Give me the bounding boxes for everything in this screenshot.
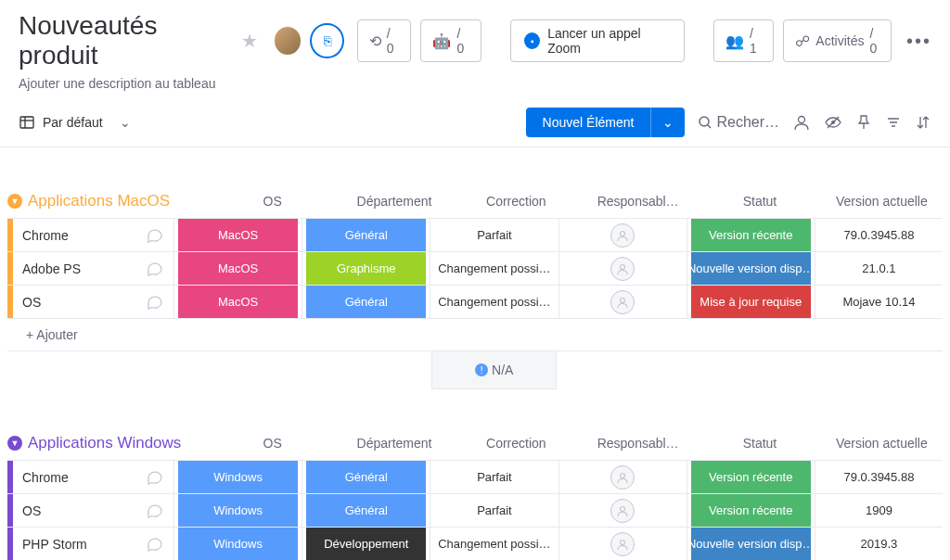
- search-button[interactable]: Recher…: [698, 114, 779, 131]
- column-header[interactable]: Correction: [456, 426, 577, 460]
- status-cell[interactable]: Version récente: [687, 219, 815, 251]
- svg-point-3: [700, 117, 709, 126]
- correction-cell[interactable]: Changement possi…: [430, 528, 558, 560]
- os-cell[interactable]: Windows: [174, 528, 302, 560]
- chat-icon[interactable]: [146, 468, 164, 487]
- zoom-button[interactable]: ▪ Lancer un appel Zoom: [510, 19, 684, 62]
- member-badge[interactable]: ⎘: [310, 23, 343, 58]
- column-header[interactable]: Statut: [699, 185, 820, 218]
- row-name-cell[interactable]: Chrome: [13, 219, 174, 251]
- column-header[interactable]: Responsabl…: [577, 426, 699, 460]
- correction-cell[interactable]: Changement possi…: [430, 252, 558, 285]
- version-cell[interactable]: 1909: [815, 494, 943, 527]
- more-icon[interactable]: •••: [906, 31, 931, 52]
- dept-cell[interactable]: Graphisme: [302, 252, 430, 285]
- person-icon: [610, 290, 635, 314]
- row-name-cell[interactable]: OS: [13, 286, 174, 318]
- version-cell[interactable]: Mojave 10.14: [815, 286, 943, 318]
- table-row[interactable]: PHP Storm Windows Développement Changeme…: [7, 527, 943, 560]
- pill-link[interactable]: ⟲/ 0: [357, 19, 412, 62]
- person-filter-icon[interactable]: [792, 113, 811, 132]
- filter-icon[interactable]: [885, 114, 902, 131]
- table-row[interactable]: OS Windows Général Parfait Version récen…: [7, 493, 943, 527]
- table-row[interactable]: Chrome MacOS Général Parfait Version réc…: [7, 218, 943, 251]
- chat-icon[interactable]: [146, 226, 164, 245]
- responsible-cell[interactable]: [559, 494, 687, 527]
- column-header[interactable]: OS: [212, 185, 333, 218]
- dept-cell[interactable]: Développement: [302, 528, 430, 560]
- dept-cell[interactable]: Général: [302, 286, 430, 318]
- responsible-cell[interactable]: [559, 252, 687, 285]
- chat-icon[interactable]: [146, 535, 164, 554]
- correction-cell[interactable]: Changement possi…: [430, 286, 558, 318]
- os-cell[interactable]: MacOS: [174, 252, 302, 285]
- status-cell[interactable]: Nouvelle version disp…: [687, 528, 815, 560]
- svg-point-14: [621, 473, 625, 477]
- os-cell[interactable]: Windows: [174, 494, 302, 527]
- new-item-button[interactable]: Nouvel Élément ⌄: [526, 108, 686, 137]
- row-name-cell[interactable]: Chrome: [13, 461, 174, 493]
- zoom-icon: ▪: [524, 32, 540, 49]
- column-header[interactable]: Correction: [456, 185, 577, 218]
- version-cell[interactable]: 2019.3: [815, 528, 943, 560]
- responsible-cell[interactable]: [559, 461, 687, 493]
- column-header[interactable]: Statut: [699, 426, 820, 460]
- correction-cell[interactable]: Parfait: [430, 461, 558, 493]
- hide-icon[interactable]: [824, 113, 842, 132]
- row-name-cell[interactable]: Adobe PS: [13, 252, 174, 285]
- correction-cell[interactable]: Parfait: [430, 219, 558, 251]
- add-row[interactable]: + Ajouter: [7, 318, 943, 351]
- dept-cell[interactable]: Général: [302, 461, 430, 493]
- svg-point-12: [621, 264, 625, 269]
- board-description[interactable]: Ajouter une description au tableau: [19, 76, 931, 91]
- table-row[interactable]: OS MacOS Général Changement possi… Mise …: [7, 285, 943, 318]
- person-icon: [610, 465, 635, 490]
- responsible-cell[interactable]: [559, 528, 687, 560]
- version-cell[interactable]: 79.0.3945.88: [815, 461, 943, 493]
- chevron-down-icon[interactable]: ⌄: [650, 108, 685, 137]
- row-name-cell[interactable]: PHP Storm: [13, 528, 174, 560]
- sort-icon[interactable]: [915, 114, 931, 131]
- column-header[interactable]: Version actuelle: [821, 185, 943, 218]
- pill-activities[interactable]: ☍Activités/ 0: [783, 19, 892, 62]
- view-selector[interactable]: Par défaut ⌄: [19, 114, 131, 131]
- board-header: Nouveautés produit ★ ⎘ ⟲/ 0 🤖/ 0 ▪ Lance…: [0, 0, 950, 98]
- status-cell[interactable]: Version récente: [687, 494, 815, 527]
- status-cell[interactable]: Nouvelle version disp…: [687, 252, 815, 285]
- version-cell[interactable]: 79.0.3945.88: [815, 219, 943, 251]
- pin-icon[interactable]: [855, 114, 872, 131]
- group-header: ▼ Applications Windows OSDépartementCorr…: [7, 426, 943, 460]
- column-header[interactable]: Département: [333, 185, 455, 218]
- column-header[interactable]: Version actuelle: [821, 426, 943, 460]
- responsible-cell[interactable]: [559, 286, 687, 318]
- chat-icon[interactable]: [146, 260, 164, 278]
- table-row[interactable]: Chrome Windows Général Parfait Version r…: [7, 460, 943, 493]
- status-cell[interactable]: Mise à jour requise: [687, 286, 815, 318]
- caret-icon[interactable]: ▼: [7, 436, 22, 451]
- column-header[interactable]: OS: [212, 426, 333, 460]
- pill-robot[interactable]: 🤖/ 0: [420, 19, 481, 62]
- responsible-cell[interactable]: [559, 219, 687, 251]
- chat-icon[interactable]: [146, 293, 164, 312]
- dept-cell[interactable]: Général: [302, 494, 430, 527]
- star-icon[interactable]: ★: [241, 30, 258, 52]
- correction-cell[interactable]: Parfait: [430, 494, 558, 527]
- board-title[interactable]: Nouveautés produit: [19, 11, 232, 70]
- pill-people[interactable]: 👥/ 1: [713, 19, 774, 62]
- avatar[interactable]: [275, 27, 301, 55]
- os-cell[interactable]: MacOS: [174, 286, 302, 318]
- dept-cell[interactable]: Général: [302, 219, 430, 251]
- group-title-wrap[interactable]: ▼ Applications MacOS: [7, 192, 212, 210]
- os-cell[interactable]: MacOS: [174, 219, 302, 251]
- group: ▼ Applications Windows OSDépartementCorr…: [7, 426, 943, 560]
- table-row[interactable]: Adobe PS MacOS Graphisme Changement poss…: [7, 251, 943, 285]
- os-cell[interactable]: Windows: [174, 461, 302, 493]
- row-name-cell[interactable]: OS: [13, 494, 174, 527]
- status-cell[interactable]: Version récente: [687, 461, 815, 493]
- column-header[interactable]: Responsabl…: [577, 185, 699, 218]
- group-title-wrap[interactable]: ▼ Applications Windows: [7, 434, 212, 452]
- caret-icon[interactable]: ▼: [7, 194, 22, 209]
- version-cell[interactable]: 21.0.1: [815, 252, 943, 285]
- column-header[interactable]: Département: [333, 426, 455, 460]
- chat-icon[interactable]: [146, 502, 164, 520]
